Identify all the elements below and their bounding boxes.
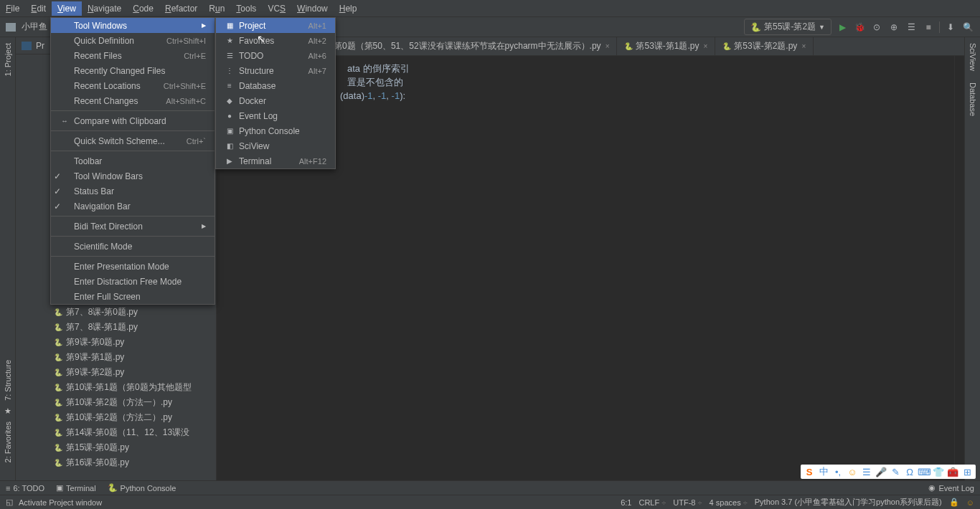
- tw-item-terminal[interactable]: ▶TerminalAlt+F12: [216, 153, 335, 168]
- tree-file[interactable]: 第14课-第0题（11、12、13课没: [16, 425, 216, 440]
- tree-file[interactable]: 第10课-第2题（方法一）.py: [16, 395, 216, 410]
- stop-button[interactable]: ■: [922, 21, 935, 34]
- menu-item-bidi-text-direction[interactable]: Bidi Text Direction: [51, 219, 215, 234]
- ime-skin-icon[interactable]: 👕: [933, 466, 944, 477]
- menu-item-scientific-mode[interactable]: Scientific Mode: [51, 239, 215, 254]
- left-tool-strip: 1: Project7: Structure★2: Favorites: [0, 37, 16, 480]
- left-tab-structure[interactable]: 7: Structure: [4, 354, 12, 406]
- menu-tools[interactable]: Tools: [230, 1, 262, 16]
- breadcrumb[interactable]: 小甲鱼: [22, 21, 47, 33]
- tw-item-docker[interactable]: ◆Docker: [216, 93, 335, 108]
- terminal-tool[interactable]: ▣ Terminal: [56, 483, 96, 493]
- profile-button[interactable]: ⊕: [887, 21, 900, 34]
- project-tree[interactable]: 第6课-第2题（方法二）.py第7、8课-第0题.py第7、8课-第1题.py第…: [16, 287, 216, 473]
- tw-item-todo[interactable]: ☰TODOAlt+6: [216, 48, 335, 63]
- menu-item-quick-switch-scheme-[interactable]: Quick Switch Scheme...Ctrl+`: [51, 133, 215, 148]
- left-tab-favorites[interactable]: 2: Favorites: [4, 416, 12, 468]
- menu-item-enter-presentation-mode[interactable]: Enter Presentation Mode: [51, 259, 215, 274]
- tw-item-favorites[interactable]: ★FavoritesAlt+2: [216, 33, 335, 48]
- todo-tool[interactable]: ≡ 6: TODO: [6, 483, 44, 493]
- run-button[interactable]: ▶: [836, 21, 849, 34]
- menu-code[interactable]: Code: [127, 1, 159, 16]
- menu-vcs[interactable]: VCS: [262, 1, 291, 16]
- menu-item-quick-definition[interactable]: Quick DefinitionCtrl+Shift+I: [51, 33, 215, 48]
- ime-emoji-icon[interactable]: ☺: [847, 466, 858, 477]
- menu-item-recent-locations[interactable]: Recent LocationsCtrl+Shift+E: [51, 78, 215, 93]
- python-interpreter[interactable]: Python 3.7 (小甲鱼零基础入门学习python系列课后题): [755, 497, 942, 508]
- tw-item-event-log[interactable]: ●Event Log: [216, 108, 335, 123]
- menu-view[interactable]: View: [52, 1, 82, 16]
- close-tab-icon[interactable]: ×: [606, 42, 610, 50]
- inspector-icon[interactable]: ☺: [966, 498, 974, 507]
- cursor-position[interactable]: 6:1: [621, 498, 631, 507]
- tw-item-project[interactable]: ▦ProjectAlt+1: [216, 18, 335, 33]
- window-icon[interactable]: ◱: [6, 498, 13, 507]
- lock-icon[interactable]: 🔒: [949, 498, 959, 507]
- mouse-cursor: ↖: [257, 33, 265, 44]
- editor-tab[interactable]: 🐍第53课-第1题.py×: [617, 37, 715, 55]
- debug-button[interactable]: 🐞: [853, 21, 866, 34]
- ime-grid-icon[interactable]: ⊞: [961, 466, 973, 477]
- concurrency-button[interactable]: ☰: [905, 21, 918, 34]
- tree-file[interactable]: 第9课-第2题.py: [16, 365, 216, 380]
- ime-keyboard-icon[interactable]: ⌨: [918, 466, 930, 477]
- editor-tab[interactable]: 🐍第53课-第2题.py×: [715, 37, 814, 55]
- indent-setting[interactable]: 4 spaces ÷: [710, 498, 748, 507]
- menu-navigate[interactable]: Navigate: [82, 1, 127, 16]
- tw-item-structure[interactable]: ⋮StructureAlt+7: [216, 63, 335, 78]
- menu-run[interactable]: Run: [203, 1, 230, 16]
- tree-file[interactable]: 第15课-第0题.py: [16, 440, 216, 455]
- ime-punct-icon[interactable]: •,: [832, 466, 844, 477]
- coverage-button[interactable]: ⊙: [870, 21, 883, 34]
- menu-item-enter-full-screen[interactable]: Enter Full Screen: [51, 289, 215, 304]
- menu-edit[interactable]: Edit: [25, 1, 52, 16]
- tree-file[interactable]: 第16课-第0题.py: [16, 455, 216, 470]
- menu-item-tool-windows[interactable]: Tool Windows: [51, 18, 215, 33]
- ime-tool-icon[interactable]: ☰: [861, 466, 872, 477]
- ime-omega-icon[interactable]: Ω: [904, 466, 915, 477]
- ime-lang-icon[interactable]: 中: [818, 466, 829, 477]
- python-console-tool[interactable]: 🐍 Python Console: [108, 483, 176, 493]
- menu-help[interactable]: Help: [334, 1, 363, 16]
- menu-item-tool-window-bars[interactable]: Tool Window Bars: [51, 168, 215, 184]
- menu-item-toolbar[interactable]: Toolbar: [51, 153, 215, 168]
- ime-toolbox-icon[interactable]: 🧰: [947, 466, 958, 477]
- ime-pen-icon[interactable]: ✎: [890, 466, 901, 477]
- tree-file[interactable]: 第10课-第1题（第0题为其他题型: [16, 380, 216, 395]
- menu-item-navigation-bar[interactable]: Navigation Bar: [51, 199, 215, 214]
- menubar: File Edit View Navigate Code Refactor Ru…: [0, 0, 980, 17]
- tw-item-database[interactable]: ≡Database: [216, 78, 335, 93]
- menu-item-recent-changes[interactable]: Recent ChangesAlt+Shift+C: [51, 93, 215, 108]
- left-tab-project[interactable]: 1: Project: [4, 37, 12, 82]
- file-encoding[interactable]: UTF-8 ÷: [673, 498, 702, 507]
- menu-item-recent-files[interactable]: Recent FilesCtrl+E: [51, 48, 215, 63]
- right-tab-database[interactable]: Database: [969, 77, 977, 122]
- menu-item-recently-changed-files[interactable]: Recently Changed Files: [51, 63, 215, 78]
- vcs-update-icon[interactable]: ⬇: [944, 21, 957, 34]
- tw-item-python-console[interactable]: ▣Python Console: [216, 123, 335, 138]
- menu-file[interactable]: File: [0, 1, 25, 16]
- close-tab-icon[interactable]: ×: [801, 42, 806, 50]
- menu-window[interactable]: Window: [291, 1, 334, 16]
- search-icon[interactable]: 🔍: [961, 21, 974, 34]
- menu-item-enter-distraction-free-mode[interactable]: Enter Distraction Free Mode: [51, 274, 215, 289]
- tw-item-sciview[interactable]: ◧SciView: [216, 138, 335, 153]
- right-tool-strip: SciViewDatabase: [964, 37, 980, 480]
- event-log-tool[interactable]: ◉ Event Log: [928, 483, 974, 493]
- ime-tray: S 中 •, ☺ ☰ 🎤 ✎ Ω ⌨ 👕 🧰 ⊞: [801, 465, 976, 479]
- close-tab-icon[interactable]: ×: [704, 42, 708, 50]
- tree-file[interactable]: 第9课-第1题.py: [16, 350, 216, 365]
- right-tab-sciview[interactable]: SciView: [969, 37, 977, 77]
- tree-file[interactable]: 第9课-第0题.py: [16, 335, 216, 350]
- tree-file[interactable]: 第10课-第2题（方法二）.py: [16, 410, 216, 425]
- menu-refactor[interactable]: Refactor: [159, 1, 203, 16]
- python-file-icon: 🐍: [624, 42, 633, 50]
- menu-item-status-bar[interactable]: Status Bar: [51, 184, 215, 199]
- menu-item-compare-with-clipboard[interactable]: ↔Compare with Clipboard: [51, 113, 215, 128]
- ime-mic-icon[interactable]: 🎤: [875, 466, 887, 477]
- line-separator[interactable]: CRLF ÷: [639, 498, 666, 507]
- sogou-icon[interactable]: S: [804, 466, 815, 477]
- tree-file[interactable]: 第7、8课-第1题.py: [16, 320, 216, 335]
- tree-file[interactable]: 第7、8课-第0题.py: [16, 305, 216, 320]
- run-config-selector[interactable]: 🐍 第55课-第2题 ▼: [744, 19, 831, 35]
